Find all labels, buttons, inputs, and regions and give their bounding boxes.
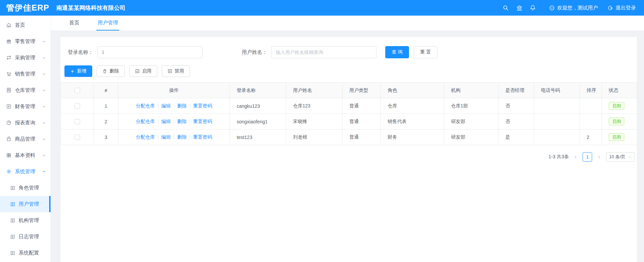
cell-operations: 分配仓库 编辑 删除 重置密码	[118, 98, 230, 114]
header-cell-org: 机构	[444, 83, 499, 98]
row-checkbox[interactable]	[75, 103, 80, 109]
sidebar-subitem-users[interactable]: 用户管理	[0, 196, 51, 212]
document-icon	[10, 218, 15, 223]
cell-org: 研发部	[444, 129, 499, 145]
logout-button[interactable]: 退出登录	[607, 5, 636, 11]
status-badge: 启用	[609, 102, 624, 110]
sidebar-item-reports[interactable]: 报表查询	[0, 115, 51, 131]
add-button[interactable]: 新增	[64, 65, 92, 77]
reset-password-link[interactable]: 重置密码	[193, 119, 212, 125]
page-size-select[interactable]: 10 条/页	[606, 152, 635, 162]
tab-bar: 首页 用户管理	[51, 16, 644, 31]
assign-warehouse-link[interactable]: 分配仓库	[136, 103, 155, 109]
cabinet-icon	[6, 87, 12, 93]
sidebar-item-purchase[interactable]: 采购管理	[0, 49, 51, 66]
reset-password-link[interactable]: 重置密码	[193, 103, 212, 109]
sidebar-item-label: 首页	[15, 22, 46, 28]
edit-link[interactable]: 编辑	[161, 103, 171, 109]
row-checkbox[interactable]	[75, 135, 80, 140]
sidebar-item-label: 系统管理	[15, 168, 39, 175]
cell-name: 刘老根	[286, 129, 343, 145]
enable-button[interactable]: 启用	[129, 65, 157, 77]
document-icon	[10, 185, 15, 190]
link-divider	[158, 135, 158, 139]
edit-link[interactable]: 编辑	[161, 119, 171, 125]
cell-operations: 分配仓库 编辑 删除 重置密码	[118, 114, 230, 129]
sidebar-item-sales[interactable]: 销售管理	[0, 66, 51, 82]
chevron-down-icon	[42, 121, 46, 125]
sync-icon	[6, 55, 12, 60]
bank-icon[interactable]	[512, 0, 526, 16]
link-divider	[158, 119, 158, 124]
next-page-button[interactable]	[597, 155, 601, 159]
sidebar-item-warehouse[interactable]: 仓库管理	[0, 82, 51, 98]
reset-password-link[interactable]: 重置密码	[193, 134, 212, 140]
reset-button[interactable]: 重 置	[414, 46, 437, 58]
delete-button-label: 删除	[110, 68, 119, 74]
cell-role: 销售代表	[381, 114, 444, 129]
row-checkbox[interactable]	[75, 119, 80, 124]
header-cell-phone: 电话号码	[534, 83, 580, 98]
tab-home[interactable]: 首页	[68, 16, 81, 31]
sidebar-subitem-roles[interactable]: 角色管理	[0, 180, 51, 196]
link-divider	[190, 119, 190, 124]
sidebar-item-basic-data[interactable]: 基本资料	[0, 147, 51, 163]
table-row: 2 分配仓库 编辑 删除 重置密码 songxiaofeng1 宋晓锋	[61, 114, 637, 129]
select-all-checkbox[interactable]	[75, 88, 80, 93]
sidebar-subitem-logs[interactable]: 日志管理	[0, 228, 51, 245]
delete-link[interactable]: 删除	[177, 103, 187, 109]
cell-phone	[534, 129, 580, 145]
header-cell-role: 角色	[381, 83, 444, 98]
login-name-label: 登录名称：	[68, 49, 93, 56]
header-cell-sort: 排序	[580, 83, 602, 98]
user-dropdown-icon	[549, 5, 555, 11]
cell-select	[61, 129, 94, 145]
chevron-down-icon	[42, 56, 46, 60]
tab-user-management[interactable]: 用户管理	[96, 16, 119, 31]
user-dropdown[interactable]: 欢迎您，测试用户	[549, 5, 598, 11]
sidebar-subitem-orgs[interactable]: 机构管理	[0, 212, 51, 228]
query-button[interactable]: 查 询	[385, 46, 409, 58]
cell-manager: 是	[499, 129, 534, 145]
sidebar-item-retail[interactable]: 零售管理	[0, 33, 51, 49]
document-icon	[10, 202, 15, 207]
add-button-label: 新增	[77, 68, 86, 74]
assign-warehouse-link[interactable]: 分配仓库	[136, 119, 155, 125]
sidebar-subitem-label: 系统配置	[19, 250, 39, 256]
link-divider	[190, 135, 190, 139]
delete-link[interactable]: 删除	[177, 134, 187, 140]
sidebar-subitem-config[interactable]: 系统配置	[0, 245, 51, 261]
cell-sort	[580, 114, 602, 129]
link-divider	[174, 135, 174, 139]
cell-manager: 否	[499, 114, 534, 129]
prev-page-button[interactable]	[573, 155, 578, 159]
page-number-button[interactable]: 1	[583, 152, 592, 162]
sidebar-subitem-label: 日志管理	[19, 234, 39, 240]
edit-link[interactable]: 编辑	[161, 134, 171, 140]
header-cell-type: 用户类型	[343, 83, 381, 98]
content-area: 首页 用户管理 登录名称： 用户姓名： 查 询 重 置	[51, 16, 644, 262]
search-icon[interactable]	[499, 0, 512, 16]
cell-name: 宋晓锋	[286, 114, 343, 129]
cell-org: 研发部	[444, 114, 499, 129]
sidebar-item-goods[interactable]: 商品管理	[0, 131, 51, 147]
assign-warehouse-link[interactable]: 分配仓库	[136, 134, 155, 140]
bell-icon[interactable]	[526, 0, 540, 16]
cell-operations: 分配仓库 编辑 删除 重置密码	[118, 129, 230, 145]
sidebar: 首页 零售管理 采购管理 销售管理 仓库管理	[0, 16, 51, 262]
delete-button[interactable]: 删除	[97, 65, 125, 77]
sidebar-item-finance[interactable]: 财务管理	[0, 98, 51, 115]
sidebar-item-system[interactable]: 系统管理	[0, 163, 51, 180]
table-row: 1 分配仓库 编辑 删除 重置密码 cangku123 仓库123	[61, 98, 637, 114]
user-name-input[interactable]	[271, 46, 376, 58]
disable-button-label: 禁用	[175, 68, 184, 74]
sidebar-item-label: 报表查询	[15, 120, 39, 126]
sidebar-item-home[interactable]: 首页	[0, 17, 51, 33]
login-name-input[interactable]	[97, 46, 202, 58]
cell-sort	[580, 98, 602, 114]
delete-link[interactable]: 删除	[177, 119, 187, 125]
disable-button[interactable]: 禁用	[162, 65, 190, 77]
sidebar-subitem-label: 用户管理	[19, 201, 39, 207]
cell-index: 2	[94, 114, 118, 129]
cell-type: 普通	[343, 98, 381, 114]
